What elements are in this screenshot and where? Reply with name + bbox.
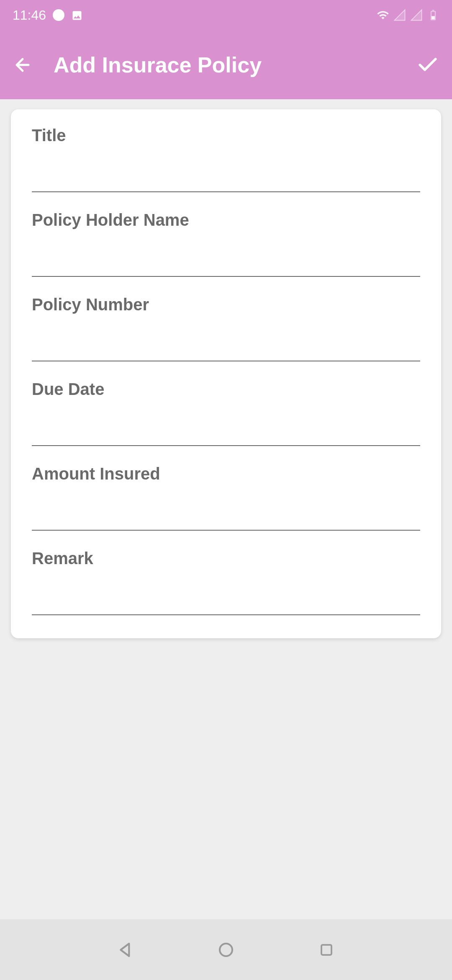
form-group-due-date: Due Date [32, 380, 420, 446]
sim-icon-1 [393, 9, 406, 21]
status-time: 11:46 [13, 8, 46, 23]
form-group-amount-insured: Amount Insured [32, 464, 420, 531]
input-title[interactable] [32, 165, 420, 192]
input-remark[interactable] [32, 588, 420, 615]
input-policy-number[interactable] [32, 334, 420, 361]
form-group-policy-holder: Policy Holder Name [32, 211, 420, 277]
status-right [377, 9, 439, 21]
input-policy-holder[interactable] [32, 250, 420, 277]
label-amount-insured: Amount Insured [32, 464, 420, 483]
status-dot-icon [53, 9, 64, 21]
system-nav-bar [0, 919, 452, 980]
sim-icon-2 [410, 9, 423, 21]
page-title: Add Insurace Policy [54, 52, 399, 77]
image-icon [71, 9, 83, 21]
wifi-icon [377, 9, 389, 21]
nav-home-button[interactable] [216, 940, 236, 960]
input-due-date[interactable] [32, 419, 420, 446]
nav-back-button[interactable] [116, 940, 136, 960]
back-button[interactable] [13, 55, 33, 75]
battery-icon [427, 9, 439, 21]
form-group-remark: Remark [32, 549, 420, 615]
label-remark: Remark [32, 549, 420, 568]
status-bar: 11:46 [0, 0, 452, 30]
label-due-date: Due Date [32, 380, 420, 399]
form-group-title: Title [32, 126, 420, 192]
svg-rect-1 [321, 945, 331, 955]
label-policy-number: Policy Number [32, 295, 420, 314]
form-group-policy-number: Policy Number [32, 295, 420, 361]
app-bar: Add Insurace Policy [0, 30, 452, 99]
status-left: 11:46 [13, 8, 83, 23]
label-policy-holder: Policy Holder Name [32, 211, 420, 230]
label-title: Title [32, 126, 420, 145]
form-card: Title Policy Holder Name Policy Number D… [11, 109, 441, 638]
svg-point-0 [220, 944, 232, 956]
input-amount-insured[interactable] [32, 503, 420, 531]
nav-recent-button[interactable] [316, 940, 336, 960]
save-button[interactable] [416, 53, 439, 77]
